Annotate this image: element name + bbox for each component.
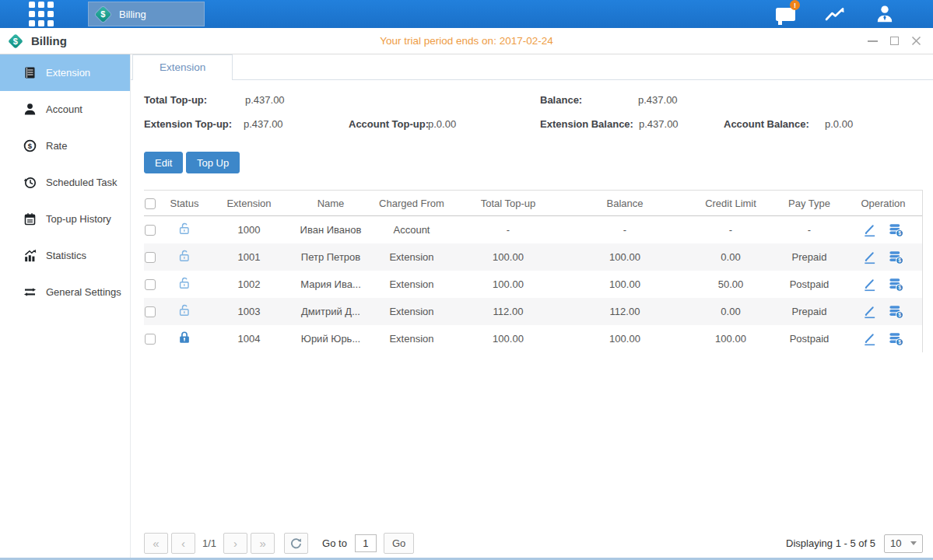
row-checkbox[interactable] [145,252,156,263]
col-balance: Balance [563,191,687,216]
edit-button[interactable]: Edit [144,152,183,173]
extension-cell: 1004 [206,325,292,352]
edit-row-icon[interactable] [862,222,877,237]
top-up-row-icon[interactable]: $ [888,331,904,347]
summary-account-balance-value: p.0.00 [825,118,853,130]
summary-account-topup-value: p.0.00 [428,118,456,130]
sidebar-item-label: Top-up History [46,213,111,225]
user-menu-button[interactable] [874,5,896,23]
lock-open-icon [177,248,192,264]
sidebar-item-scheduled-task[interactable]: Scheduled Task [0,164,130,201]
next-page-button[interactable]: › [223,533,247,554]
prev-page-button[interactable]: ‹ [171,533,195,554]
col-extension: Extension [206,191,292,216]
lock-open-icon [177,275,192,291]
svg-text:$: $ [898,339,901,345]
tab-strip: Extension [131,54,933,80]
page-indicator: 1/1 [202,537,216,549]
table-row: 1002Мария Ива...Extension100.00100.0050.… [144,271,922,298]
top-up-row-icon[interactable]: $ [888,249,904,265]
credit-limit-cell: - [687,216,774,243]
apps-grid-icon[interactable] [29,2,54,26]
sidebar-item-label: Account [46,103,82,115]
sidebar-item-label: Statistics [46,250,86,261]
name-cell: Дмитрий Д... [292,298,370,325]
status-cell [163,243,206,271]
col-pay-type: Pay Type [774,191,844,216]
sidebar-item-rate[interactable]: $ Rate [0,128,130,164]
sidebar-item-extension[interactable]: Extension [0,54,130,91]
pagination: « ‹ 1/1 › » Go to Go [144,533,414,554]
first-page-button[interactable]: « [144,533,168,554]
operation-cell: $ [844,298,922,325]
total-topup-cell: 100.00 [454,325,563,352]
extension-cell: 1003 [206,298,292,325]
extension-cell: 1001 [206,243,292,271]
page-size-select[interactable]: 10 [884,534,923,553]
table-row: 1003Дмитрий Д...Extension112.00112.000.0… [144,298,922,325]
balance-cell: - [563,216,687,243]
top-up-row-icon[interactable]: $ [888,303,904,320]
goto-page-input[interactable] [355,534,377,552]
edit-row-icon[interactable] [862,331,877,346]
summary-account-topup: Account Top-up: [349,118,429,130]
billing-diamond-icon: $ [95,5,111,22]
monitor-button[interactable] [824,5,846,23]
app-tab-billing[interactable]: $ Billing [88,2,205,26]
sidebar-item-account[interactable]: Account [0,91,130,128]
summary-total-topup: Total Top-up: [144,94,207,106]
extension-cell: 1000 [206,216,292,243]
minimize-button[interactable] [866,35,879,47]
svg-text:$: $ [28,142,33,150]
sidebar-item-general-settings[interactable]: General Settings [0,274,130,310]
refresh-icon [290,537,302,549]
summary-extension-balance-value: p.437.00 [639,118,679,130]
top-up-row-icon[interactable]: $ [888,222,904,238]
sidebar-item-topup-history[interactable]: Top-up History [0,201,130,237]
goto-label: Go to [322,537,347,549]
summary-balance: Balance: [540,94,582,106]
edit-row-icon[interactable] [862,304,877,319]
notifications-button[interactable]: ! [774,5,796,23]
main-content: Extension Total Top-up: p.437.00 Balance… [131,54,933,560]
close-button[interactable] [910,35,922,47]
top-up-button[interactable]: Top Up [186,152,240,173]
operation-cell: $ [844,243,922,271]
name-cell: Иван Иванов [292,216,370,243]
summary-total-topup-value: p.437.00 [245,94,285,106]
top-up-row-icon[interactable]: $ [888,276,904,292]
refresh-button[interactable] [284,533,308,554]
window-titlebar: $ Billing Your trial period ends on: 201… [0,28,933,54]
row-checkbox[interactable] [145,279,156,290]
col-credit-limit: Credit Limit [687,191,774,216]
maximize-button[interactable] [888,35,900,47]
go-button[interactable]: Go [384,533,414,554]
edit-row-icon[interactable] [862,250,877,264]
summary-extension-topup: Extension Top-up: [144,118,232,130]
balance-cell: 100.00 [563,271,687,298]
svg-text:$: $ [898,257,901,264]
pay-type-cell: Postpaid [774,325,844,352]
credit-limit-cell: 50.00 [687,271,774,298]
last-page-button[interactable]: » [251,533,275,554]
select-all-checkbox[interactable] [145,198,156,209]
status-cell [163,298,206,325]
user-icon [875,4,895,24]
top-navbar: $ Billing ! [0,0,933,28]
col-name: Name [292,191,370,216]
extension-cell: 1002 [206,271,292,298]
dollar-coin-icon: $ [23,139,37,152]
history-clock-icon [23,176,37,189]
operation-cell: $ [844,325,922,352]
trial-notice: Your trial period ends on: 2017-02-24 [0,35,933,47]
row-checkbox[interactable] [145,334,156,345]
sidebar-item-statistics[interactable]: Statistics [0,237,130,274]
row-checkbox[interactable] [145,306,156,317]
edit-row-icon[interactable] [862,277,877,292]
table-row: 1004Юрий Юрь...Extension100.00100.00100.… [144,325,922,352]
col-total-topup: Total Top-up [454,191,563,216]
row-checkbox[interactable] [145,225,156,236]
name-cell: Юрий Юрь... [292,325,370,352]
pay-type-cell: Postpaid [774,271,844,298]
tab-extension[interactable]: Extension [132,54,233,80]
